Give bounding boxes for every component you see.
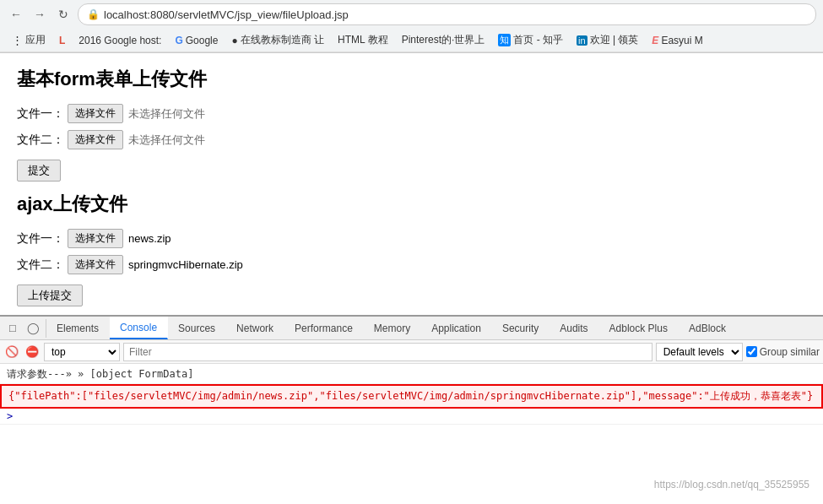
bookmark-apps[interactable]: ⋮ 应用 (7, 31, 51, 49)
console-cursor-line[interactable]: > (0, 409, 823, 425)
bookmark-google-host-label: 2016 Google host: (79, 35, 161, 46)
bookmark-google-label: Google (186, 35, 219, 46)
bookmark-easyui-label: Easyui M (661, 35, 702, 46)
ajax-file2-label: 文件二： (17, 257, 68, 273)
file1-status: 未选择任何文件 (128, 106, 205, 122)
forward-button[interactable]: → (30, 5, 49, 24)
linkedin-icon: in (577, 35, 587, 46)
browser-nav: ← → ↻ 🔒 localhost:8080/servletMVC/jsp_vi… (0, 0, 823, 29)
url-text: localhost:8080/servletMVC/jsp_view/fileU… (104, 8, 349, 21)
inspect-icon[interactable]: □ (3, 319, 22, 338)
bookmark-online[interactable]: ● 在线教标制造商 让 (226, 31, 329, 49)
bookmark-zhihu-label: 首页 - 知乎 (513, 33, 563, 47)
console-toolbar: 🚫 ⛔ top Default levels Group similar (0, 340, 823, 364)
tab-network[interactable]: Network (226, 317, 284, 339)
console-input-area[interactable] (16, 410, 816, 422)
section1-title: 基本form表单上传文件 (17, 67, 806, 92)
console-line-1: 请求参数---» » [object FormData] (0, 366, 823, 384)
tab-adblock-plus[interactable]: Adblock Plus (599, 317, 679, 339)
bookmark-linkedin-label: 欢迎 | 领英 (590, 33, 639, 47)
bookmark-html-label: HTML 教程 (338, 33, 388, 47)
clear-console-button[interactable]: 🚫 (3, 344, 20, 360)
devtools-panel: □ ◯ Elements Console Sources Network Per… (0, 315, 823, 490)
context-select[interactable]: top (44, 343, 120, 361)
choose-file1-button[interactable]: 选择文件 (68, 104, 123, 123)
ajax-choose-file2-button[interactable]: 选择文件 (68, 255, 123, 274)
refresh-button[interactable]: ↻ (54, 5, 73, 24)
console-stop-button[interactable]: ⛔ (24, 344, 41, 360)
choose-file2-button[interactable]: 选择文件 (68, 130, 123, 149)
filter-input[interactable] (123, 343, 652, 361)
bookmark-pinterest-label: Pinterest的·世界上 (402, 33, 485, 47)
console-line-1-text: 请求参数---» » [object FormData] (7, 367, 816, 382)
console-line-2: {"filePath":["files/servletMVC/img/admin… (0, 384, 823, 409)
bookmark-online-icon: ● (231, 35, 237, 46)
console-line-2-text: {"filePath":["files/servletMVC/img/admin… (8, 389, 815, 404)
ajax-choose-file1-button[interactable]: 选择文件 (68, 229, 123, 248)
ajax-submit-row: 上传提交 (17, 281, 806, 306)
device-icon[interactable]: ◯ (24, 319, 42, 338)
watermark: https://blog.csdn.net/qq_35525955 (654, 479, 809, 490)
ajax-file2-row: 文件二： 选择文件 springmvcHibernate.zip (17, 255, 806, 274)
console-prompt-symbol: > (7, 410, 13, 422)
apps-icon: ⋮ (12, 34, 23, 46)
devtools-toolbar: □ ◯ Elements Console Sources Network Per… (0, 317, 823, 340)
group-similar-checkbox[interactable] (746, 346, 757, 357)
tab-sources[interactable]: Sources (168, 317, 226, 339)
tab-application[interactable]: Application (421, 317, 492, 339)
zhihu-icon: 知 (498, 34, 511, 46)
devtools-tabs: Elements Console Sources Network Perform… (46, 317, 737, 339)
bookmark-google[interactable]: G Google (170, 33, 223, 48)
file2-row: 文件二： 选择文件 未选择任何文件 (17, 130, 806, 149)
tab-console[interactable]: Console (110, 317, 168, 339)
bookmark-apps-label: 应用 (25, 33, 46, 47)
back-button[interactable]: ← (7, 5, 25, 24)
bookmark-pinterest[interactable]: Pinterest的·世界上 (397, 31, 490, 49)
file2-status: 未选择任何文件 (128, 133, 205, 148)
google-icon: G (175, 35, 182, 46)
ajax-file1-label: 文件一： (17, 231, 68, 247)
bookmark-easyui[interactable]: E Easyui M (647, 33, 707, 48)
ajax-file2-value: springmvcHibernate.zip (128, 258, 243, 271)
tab-performance[interactable]: Performance (284, 317, 364, 339)
console-output: 请求参数---» » [object FormData] {"filePath"… (0, 364, 823, 491)
file1-label: 文件一： (17, 106, 68, 122)
default-levels-group: Default levels (656, 343, 743, 361)
ajax-submit-button[interactable]: 上传提交 (17, 285, 83, 306)
tab-memory[interactable]: Memory (364, 317, 421, 339)
bookmark-l[interactable]: L (54, 33, 70, 48)
bookmark-zhihu[interactable]: 知 首页 - 知乎 (493, 31, 568, 49)
tab-adblock[interactable]: AdBlock (679, 317, 737, 339)
page-content: 基本form表单上传文件 文件一： 选择文件 未选择任何文件 文件二： 选择文件… (0, 53, 823, 315)
tab-elements[interactable]: Elements (46, 317, 110, 339)
ajax-file1-value: news.zip (128, 232, 171, 245)
bookmark-online-label: 在线教标制造商 让 (241, 33, 324, 47)
section2-title: ajax上传文件 (17, 192, 806, 217)
bookmark-linkedin[interactable]: in 欢迎 | 领英 (571, 31, 643, 49)
bookmarks-bar: ⋮ 应用 L 2016 Google host: G Google ● 在线教标… (0, 29, 823, 52)
lock-icon: 🔒 (87, 8, 100, 20)
tab-audits[interactable]: Audits (550, 317, 598, 339)
submit-row: 提交 (17, 156, 806, 182)
bookmark-google-host[interactable]: 2016 Google host: (73, 33, 166, 48)
tab-security[interactable]: Security (492, 317, 550, 339)
file1-row: 文件一： 选择文件 未选择任何文件 (17, 104, 806, 123)
devtools-icon-group: □ ◯ (0, 319, 46, 338)
easyui-icon: E (652, 35, 658, 46)
submit-button[interactable]: 提交 (17, 160, 61, 182)
browser-chrome: ← → ↻ 🔒 localhost:8080/servletMVC/jsp_vi… (0, 0, 823, 53)
ajax-file1-row: 文件一： 选择文件 news.zip (17, 229, 806, 248)
log-levels-select[interactable]: Default levels (656, 343, 743, 361)
bookmark-l-icon: L (59, 35, 65, 46)
address-bar[interactable]: 🔒 localhost:8080/servletMVC/jsp_view/fil… (78, 3, 816, 25)
file2-label: 文件二： (17, 133, 68, 148)
bookmark-html[interactable]: HTML 教程 (333, 31, 393, 49)
group-similar-label[interactable]: Group similar (746, 346, 820, 358)
